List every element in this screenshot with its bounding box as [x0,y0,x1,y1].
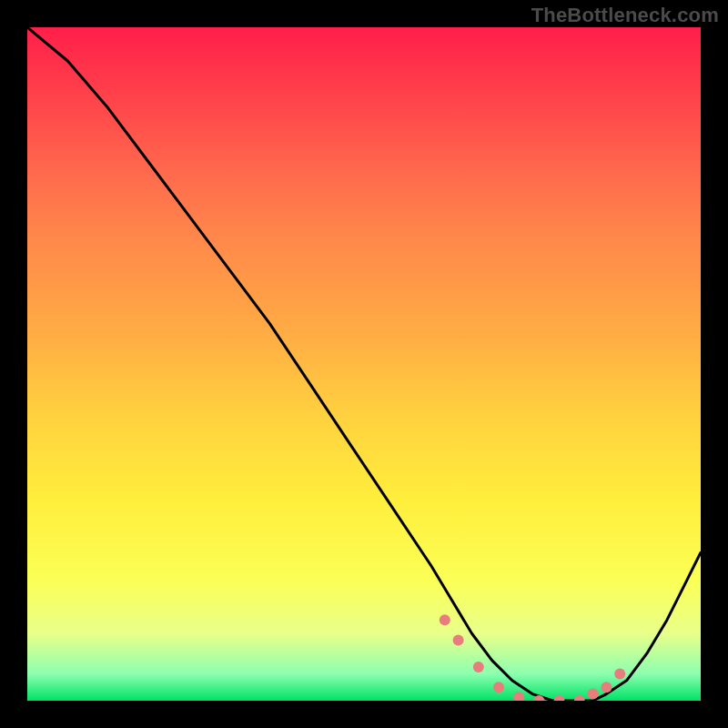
ideal-dot [493,682,504,693]
chart-frame: TheBottleneck.com [0,0,728,728]
ideal-dot [614,668,625,679]
ideal-dot [440,614,450,625]
ideal-dot [601,682,612,693]
curve-overlay [27,27,701,701]
bottleneck-curve [27,27,701,701]
ideal-dot [473,662,484,672]
ideal-dot [574,695,585,701]
ideal-dot [513,692,524,701]
watermark-label: TheBottleneck.com [531,4,719,27]
plot-area [27,27,701,701]
ideal-dot [588,689,599,700]
ideal-dot [554,695,565,701]
ideal-dot [453,634,464,645]
